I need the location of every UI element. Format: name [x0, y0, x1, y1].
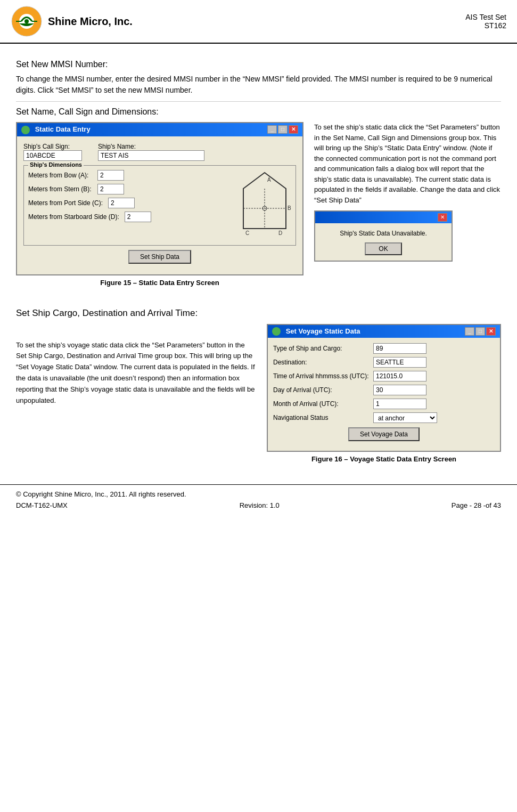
voyage-window-col: Set Voyage Static Data _ □ ✕ Type of Shi… [267, 324, 501, 464]
stern-input[interactable] [97, 184, 124, 194]
cargo-spacer [16, 324, 256, 340]
call-sign-group: Ship's Call Sign: [23, 143, 87, 161]
set-voyage-data-btn[interactable]: Set Voyage Data [348, 427, 420, 441]
voyage-body: Type of Ship and Cargo: Destination: Tim… [268, 338, 500, 451]
error-ok-btn[interactable]: OK [365, 242, 401, 255]
close-btn[interactable]: ✕ [289, 125, 298, 134]
svg-text:A: A [267, 177, 271, 183]
arrival-day-input[interactable] [373, 385, 426, 395]
dimensions-content: Meters from Bow (A): Meters from Stern (… [28, 170, 291, 241]
mmsi-heading: Set New MMSI Number: [16, 60, 501, 69]
spacer1 [16, 292, 501, 303]
footer: © Copyright Shine Micro, Inc., 2011. All… [0, 484, 517, 515]
figure16-caption: Figure 16 – Voyage Static Data Entry Scr… [267, 455, 501, 463]
arrival-day-row: Day of Arrival (UTC): [273, 385, 495, 395]
svg-text:C: C [245, 230, 249, 236]
minimize-btn[interactable]: _ [267, 125, 277, 134]
port-input[interactable] [108, 198, 135, 208]
static-window-body: Ship's Call Sign: Ship's Name: Ship's Di… [17, 136, 302, 274]
revision: Revision: 1.0 [240, 501, 280, 509]
error-window-controls[interactable]: ✕ [438, 213, 447, 222]
section-mmsi: Set New MMSI Number: To change the MMSI … [16, 60, 501, 96]
nav-status-select[interactable]: at anchor under way moored [373, 412, 437, 423]
arrival-month-label: Month of Arrival (UTC): [273, 400, 369, 408]
arrival-time-input[interactable] [373, 371, 426, 381]
bow-label: Meters from Bow (A): [28, 172, 92, 179]
voyage-window-icon [272, 327, 281, 336]
svg-text:D: D [278, 230, 282, 236]
static-data-heading: Set Name, Call Sign and Dimensions: [16, 107, 501, 117]
voyage-window-controls[interactable]: _ □ ✕ [465, 327, 496, 336]
static-window-title-text: Static Data Entry [21, 125, 91, 134]
cargo-heading: Set Ship Cargo, Destination and Arrival … [16, 308, 501, 319]
voyage-minimize-btn[interactable]: _ [465, 327, 474, 336]
bow-input[interactable] [97, 170, 124, 181]
page-number: Page - 28 -of 43 [452, 501, 501, 509]
call-sign-name-row: Ship's Call Sign: Ship's Name: [23, 143, 296, 161]
divider1 [16, 101, 501, 102]
app-title-line1: AIS Test Set [465, 13, 506, 21]
cargo-type-row: Type of Ship and Cargo: [273, 343, 495, 354]
arrival-time-label: Time of Arrival hhmmss.ss (UTC): [273, 372, 369, 380]
ship-diagram: A B C D [238, 170, 291, 241]
ship-name-label: Ship's Name: [98, 143, 204, 150]
main-content: Set New MMSI Number: To change the MMSI … [0, 49, 517, 474]
dimensions-inputs: Meters from Bow (A): Meters from Stern (… [28, 170, 233, 225]
maximize-btn[interactable]: □ [278, 125, 288, 134]
error-close-btn[interactable]: ✕ [438, 213, 447, 222]
error-body: Ship's Static Data Unavailable. OK [315, 223, 452, 261]
ship-name-group: Ship's Name: [98, 143, 204, 161]
ship-diagram-svg: A B C D [238, 170, 291, 239]
section-cargo: Set Ship Cargo, Destination and Arrival … [16, 308, 501, 464]
call-sign-input[interactable] [23, 150, 82, 161]
window-controls[interactable]: _ □ ✕ [267, 125, 298, 134]
voyage-title-label: Set Voyage Static Data [286, 327, 360, 335]
dimensions-fieldset: Ship's Dimensions Meters from Bow (A): M… [23, 165, 296, 246]
company-logo [11, 5, 43, 37]
voyage-close-btn[interactable]: ✕ [486, 327, 496, 336]
doc-id: DCM-T162-UMX [16, 501, 68, 509]
dimensions-legend: Ship's Dimensions [28, 161, 84, 168]
cargo-type-input[interactable] [373, 343, 426, 354]
cargo-description: To set the ship’s voyage static data cli… [16, 340, 256, 407]
footer-bottom-row: DCM-T162-UMX Revision: 1.0 Page - 28 -of… [16, 501, 501, 509]
stern-label: Meters from Stern (B): [28, 185, 92, 193]
stern-row: Meters from Stern (B): [28, 184, 233, 194]
static-data-desc-col: To set the ship’s static data click the … [314, 122, 501, 262]
section-static-data: Set Name, Call Sign and Dimensions: Stat… [16, 107, 501, 287]
port-row: Meters from Port Side (C): [28, 198, 233, 208]
ship-name-input[interactable] [98, 150, 204, 161]
static-data-window-col: Static Data Entry _ □ ✕ Ship' [16, 122, 303, 287]
nav-status-label: Navigational Status [273, 414, 369, 421]
voyage-titlebar: Set Voyage Static Data _ □ ✕ [268, 325, 500, 338]
cargo-type-label: Type of Ship and Cargo: [273, 345, 369, 352]
error-dialog: ✕ Ship's Static Data Unavailable. OK [314, 210, 453, 262]
destination-input[interactable] [373, 357, 426, 368]
copyright: © Copyright Shine Micro, Inc., 2011. All… [16, 490, 501, 498]
voyage-maximize-btn[interactable]: □ [475, 327, 485, 336]
company-name: Shine Micro, Inc. [48, 15, 465, 28]
voyage-window: Set Voyage Static Data _ □ ✕ Type of Shi… [267, 324, 501, 452]
error-message: Ship's Static Data Unavailable. [321, 229, 446, 238]
window-icon [21, 126, 30, 134]
arrival-day-label: Day of Arrival (UTC): [273, 386, 369, 394]
error-titlebar: ✕ [315, 212, 452, 223]
starboard-row: Meters from Starboard Side (D): [28, 212, 233, 222]
static-data-layout: Static Data Entry _ □ ✕ Ship' [16, 122, 501, 287]
starboard-input[interactable] [125, 212, 151, 222]
static-window-title-label: Static Data Entry [35, 125, 91, 133]
bow-row: Meters from Bow (A): [28, 170, 233, 181]
mmsi-paragraph: To change the MMSI number, enter the des… [16, 74, 501, 96]
destination-row: Destination: [273, 357, 495, 368]
cargo-desc-col: To set the ship’s voyage static data cli… [16, 324, 256, 407]
nav-status-row: Navigational Status at anchor under way … [273, 412, 495, 423]
call-sign-label: Ship's Call Sign: [23, 143, 87, 150]
header: Shine Micro, Inc. AIS Test Set ST162 [0, 0, 517, 44]
app-title-line2: ST162 [465, 21, 506, 30]
static-data-description: To set the ship’s static data click the … [314, 122, 501, 205]
svg-text:B: B [288, 205, 291, 211]
set-ship-data-btn[interactable]: Set Ship Data [128, 250, 191, 264]
svg-point-2 [24, 19, 29, 23]
static-data-window: Static Data Entry _ □ ✕ Ship' [16, 122, 303, 275]
arrival-month-input[interactable] [373, 399, 426, 409]
